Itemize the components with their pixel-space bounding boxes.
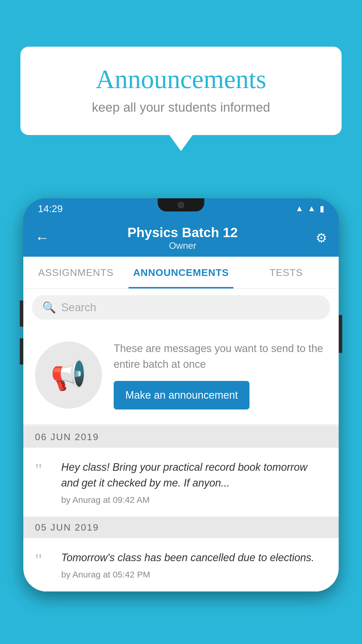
front-camera (178, 202, 184, 208)
status-bar: 14:29 ▲ ▲ ▮ (23, 198, 339, 219)
tabs-container: ASSIGNMENTS ANNOUNCEMENTS TESTS (23, 257, 339, 289)
back-button[interactable]: ← (35, 229, 50, 246)
speech-bubble-subtitle: keep all your students informed (44, 100, 318, 115)
search-bar[interactable]: 🔍 Search (32, 295, 330, 320)
make-announcement-button[interactable]: Make an announcement (114, 381, 249, 410)
speech-bubble-card: Announcements keep all your students inf… (20, 47, 342, 135)
announcement-item-2[interactable]: " Tomorrow's class has been cancelled du… (23, 538, 339, 592)
speech-bubble-arrow (169, 135, 193, 151)
status-time: 14:29 (38, 203, 63, 214)
battery-icon: ▮ (320, 204, 324, 214)
header-title: Physics Batch 12 (50, 225, 316, 240)
quote-icon-1: " (35, 461, 52, 478)
phone-device: 14:29 ▲ ▲ ▮ ← Physics Batch 12 Owner ⚙ (23, 198, 339, 592)
search-placeholder: Search (61, 301, 96, 314)
promo-content: These are messages you want to send to t… (114, 341, 327, 410)
announcement-item-1[interactable]: " Hey class! Bring your practical record… (23, 448, 339, 517)
announcement-content-2: Tomorrow's class has been cancelled due … (61, 550, 327, 580)
phone-screen: 14:29 ▲ ▲ ▮ ← Physics Batch 12 Owner ⚙ (23, 198, 339, 592)
promo-section: 📢 These are messages you want to send to… (23, 326, 339, 426)
header-subtitle: Owner (50, 240, 316, 251)
volume-down-button[interactable] (20, 338, 23, 365)
announcement-content-1: Hey class! Bring your practical record b… (61, 459, 327, 505)
status-icons: ▲ ▲ ▮ (296, 204, 324, 214)
signal-icon: ▲ (307, 204, 316, 213)
tab-announcements[interactable]: ANNOUNCEMENTS (129, 257, 234, 288)
megaphone-icon: 📢 (50, 358, 87, 392)
app-header: ← Physics Batch 12 Owner ⚙ (23, 219, 339, 257)
date-label-1: 06 JUN 2019 (35, 432, 99, 442)
power-button[interactable] (339, 315, 342, 353)
search-container: 🔍 Search (23, 289, 339, 326)
tab-assignments[interactable]: ASSIGNMENTS (23, 257, 129, 288)
announcement-text-1: Hey class! Bring your practical record b… (61, 459, 327, 491)
date-divider-2: 05 JUN 2019 (23, 517, 339, 538)
quote-icon-2: " (35, 551, 52, 569)
settings-icon[interactable]: ⚙ (316, 230, 327, 245)
announcement-text-2: Tomorrow's class has been cancelled due … (61, 550, 327, 566)
announcement-meta-1: by Anurag at 09:42 AM (61, 495, 327, 505)
header-title-section: Physics Batch 12 Owner (50, 225, 316, 251)
speech-bubble-section: Announcements keep all your students inf… (20, 47, 342, 151)
promo-description: These are messages you want to send to t… (114, 341, 327, 372)
announcement-meta-2: by Anurag at 05:42 PM (61, 570, 327, 580)
wifi-icon: ▲ (296, 204, 304, 213)
phone-wrapper: 14:29 ▲ ▲ ▮ ← Physics Batch 12 Owner ⚙ (23, 198, 339, 644)
tab-tests[interactable]: TESTS (233, 257, 339, 288)
speech-bubble-title: Announcements (44, 64, 318, 94)
search-icon: 🔍 (42, 301, 56, 314)
promo-icon-circle: 📢 (35, 342, 102, 409)
phone-notch (158, 198, 204, 211)
content-area: 🔍 Search 📢 These are messages you want t… (23, 289, 339, 592)
date-label-2: 05 JUN 2019 (35, 522, 99, 533)
date-divider-1: 06 JUN 2019 (23, 426, 339, 448)
volume-up-button[interactable] (20, 300, 23, 327)
